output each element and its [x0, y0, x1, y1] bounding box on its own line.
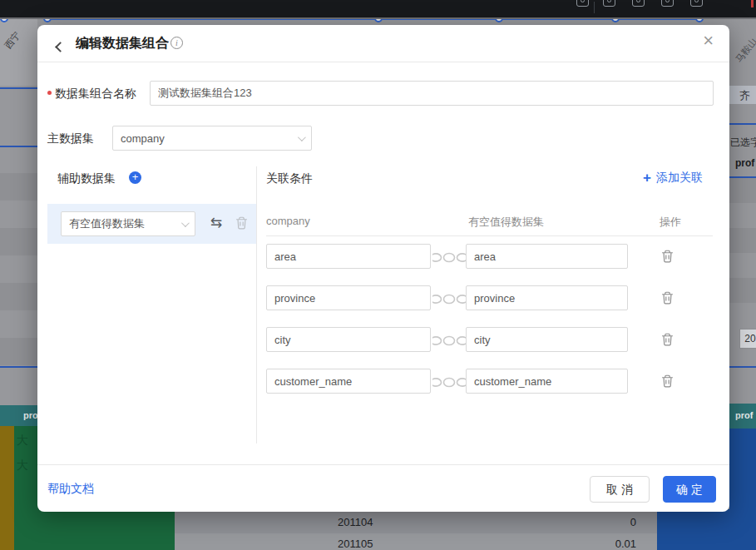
right-field-input[interactable]	[466, 244, 628, 269]
left-field-input[interactable]	[266, 244, 431, 269]
left-field-input[interactable]	[266, 327, 431, 352]
save-icon[interactable]	[690, 0, 703, 7]
axis-label-right: 马鞍山	[733, 36, 756, 65]
dialog-header: 编辑数据集组合 i ×	[37, 25, 729, 62]
add-aux-dataset-button[interactable]: +	[129, 171, 141, 184]
aux-dataset-row[interactable]: 有空值得数据集 ⇆	[47, 204, 256, 244]
list-item: 大	[17, 458, 28, 473]
list-item: 大	[17, 434, 28, 448]
right-field-input[interactable]	[466, 369, 628, 394]
add-condition-link[interactable]: + 添加关联	[643, 170, 703, 186]
primary-dataset-value: company	[121, 132, 165, 145]
page-size-box[interactable]: 20	[739, 329, 756, 349]
close-icon[interactable]: ×	[703, 32, 714, 49]
delete-condition-icon[interactable]	[661, 374, 674, 388]
trash-icon[interactable]	[235, 216, 248, 230]
chevron-down-icon	[181, 219, 190, 227]
chain-link-icon	[432, 376, 466, 391]
table-header-left: pro	[0, 405, 37, 426]
chevron-down-icon	[298, 133, 306, 141]
cancel-button[interactable]: 取 消	[590, 476, 650, 503]
right-field-input[interactable]	[466, 285, 628, 310]
background-left-panel: 西宁	[0, 19, 37, 405]
name-label: 数据集组合名称	[55, 87, 136, 102]
chain-link-icon	[432, 293, 466, 308]
aux-dataset-label: 辅助数据集	[57, 171, 116, 186]
column-header-op: 操作	[660, 215, 681, 230]
clock-icon[interactable]	[603, 0, 615, 7]
background-data-table: 201104 0 201105 0.01	[175, 509, 657, 550]
condition-row	[266, 369, 713, 394]
chart-block-olive	[0, 426, 14, 550]
conditions-title: 关联条件	[266, 171, 313, 186]
delete-condition-icon[interactable]	[661, 291, 674, 305]
chain-link-icon	[432, 251, 466, 266]
key-icon[interactable]	[576, 0, 589, 7]
chain-link-icon	[432, 334, 466, 349]
right-field-input[interactable]	[466, 327, 628, 352]
primary-dataset-select[interactable]: company	[112, 126, 312, 151]
field-name: prof	[735, 157, 754, 169]
condition-row	[266, 327, 713, 352]
toolbar-divider	[594, 2, 595, 13]
selected-fields-label: 已选字	[730, 136, 756, 150]
back-button[interactable]	[57, 39, 64, 54]
info-icon[interactable]: i	[170, 37, 183, 49]
table-header-right: prof	[729, 404, 756, 429]
left-field-input[interactable]	[266, 285, 431, 310]
edit-dataset-combination-dialog: 编辑数据集组合 i × 数据集组合名称 主数据集 company 辅助数据集 +…	[37, 25, 729, 512]
condition-row	[266, 244, 713, 269]
primary-dataset-label: 主数据集	[47, 131, 94, 146]
combination-name-input[interactable]	[150, 81, 714, 106]
swap-icon[interactable]: ⇆	[210, 216, 222, 230]
required-marker	[47, 91, 52, 95]
table-row: 201105 0.01	[175, 533, 657, 550]
delete-condition-icon[interactable]	[661, 333, 674, 346]
bank-icon[interactable]	[632, 0, 645, 7]
column-header-right: 有空值得数据集	[468, 215, 544, 230]
plus-icon: +	[643, 170, 651, 186]
table-row: 201104 0	[175, 512, 657, 533]
header-divider	[266, 235, 713, 236]
help-doc-link[interactable]: 帮助文档	[47, 482, 94, 497]
chevron-left-icon	[55, 42, 66, 52]
aux-dataset-value: 有空值得数据集	[69, 216, 145, 231]
field-row: 齐	[729, 86, 756, 104]
delete-condition-icon[interactable]	[661, 250, 674, 263]
background-right-panel: 马鞍山 齐 已选字 prof 20	[729, 19, 756, 405]
condition-row	[266, 285, 713, 310]
zoom-doc-icon[interactable]	[661, 0, 674, 7]
page-divider	[0, 17, 756, 19]
notification-badge	[751, 0, 754, 7]
aux-dataset-select[interactable]: 有空值得数据集	[61, 211, 195, 236]
confirm-button[interactable]: 确 定	[663, 476, 716, 503]
panel-divider	[256, 166, 257, 443]
dialog-title: 编辑数据集组合	[76, 35, 169, 52]
chart-block-navy-wide	[657, 509, 756, 550]
left-field-input[interactable]	[266, 369, 431, 394]
top-app-bar	[0, 0, 756, 17]
column-header-left: company	[266, 215, 310, 227]
dialog-footer: 帮助文档 取 消 确 定	[37, 464, 729, 512]
